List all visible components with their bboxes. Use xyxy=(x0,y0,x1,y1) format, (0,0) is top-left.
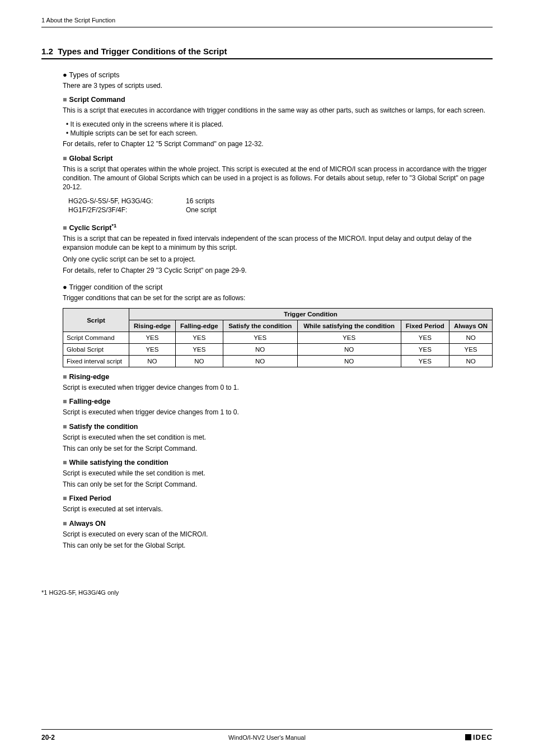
global-script-row-0-k: HG2G-S/-5S/-5F, HG3G/4G: xyxy=(68,197,186,205)
th-c4: Fixed Period xyxy=(401,320,449,332)
trigger-table: Script Trigger Condition Rising-edge Fal… xyxy=(63,308,493,367)
global-script-p1: This is a script that operates within th… xyxy=(63,165,493,192)
trigger-heading: Trigger condition of the script xyxy=(63,283,493,291)
th-c1: Falling-edge xyxy=(175,320,223,332)
cyclic-script-heading: ■Cyclic Script*1 xyxy=(63,223,493,232)
cyclic-script-p2: Only one cyclic script can be set to a p… xyxy=(63,255,493,264)
table-row: Fixed interval script NO NO NO NO YES NO xyxy=(63,356,493,367)
script-command-b2: Multiple scripts can be set for each scr… xyxy=(66,129,493,137)
table-row: Global Script YES YES NO NO YES YES xyxy=(63,344,493,356)
definition-line: Script is executed at set intervals. xyxy=(63,505,493,514)
definition-line: Script is executed when trigger device c… xyxy=(63,383,493,392)
global-script-heading: ■Global Script xyxy=(63,155,493,162)
header-divider xyxy=(41,27,493,27)
script-command-p2: For details, refer to Chapter 12 "5 Scri… xyxy=(63,139,493,148)
cyclic-script-sup: *1 xyxy=(111,223,116,228)
cyclic-script-p3: For details, refer to Chapter 29 "3 Cycl… xyxy=(63,266,493,275)
script-command-p1: This is a script that executes in accord… xyxy=(63,106,493,115)
definition-line: Script is executed while the set conditi… xyxy=(63,469,493,478)
script-command-b1: It is executed only in the screens where… xyxy=(66,120,493,128)
footer-title: WindO/I-NV2 User's Manual xyxy=(41,734,493,741)
definition-line: This can only be set for the Script Comm… xyxy=(63,444,493,453)
types-intro: There are 3 types of scripts used. xyxy=(63,81,493,90)
r2-name: Fixed interval script xyxy=(63,356,129,367)
definition-line: Script is executed on every scan of the … xyxy=(63,530,493,539)
definition-heading: ■Always ON xyxy=(63,520,493,528)
global-script-row-1-v: One script xyxy=(186,206,217,214)
section-number: 1.2 xyxy=(41,46,53,56)
definition-heading: ■Rising-edge xyxy=(63,373,493,381)
trigger-intro: Trigger conditions that can be set for t… xyxy=(63,293,493,302)
th-c2: Satisfy the condition xyxy=(223,320,297,332)
script-command-heading: ■Script Command xyxy=(63,96,493,104)
definition-heading: ■Fixed Period xyxy=(63,494,493,502)
r1-name: Global Script xyxy=(63,344,129,356)
global-script-row-0: HG2G-S/-5S/-5F, HG3G/4G: 16 scripts xyxy=(68,197,493,205)
definitions: ■Rising-edgeScript is executed when trig… xyxy=(63,373,493,550)
section-title: Types and Trigger Conditions of the Scri… xyxy=(58,46,227,56)
global-script-row-1-k: HG1F/2F/2S/3F/4F: xyxy=(68,206,186,214)
r0-name: Script Command xyxy=(63,332,129,344)
definition-line: This can only be set for the Script Comm… xyxy=(63,480,493,489)
table-row: Script Command YES YES YES YES YES NO xyxy=(63,332,493,344)
definition-heading: ■While satisfying the condition xyxy=(63,459,493,466)
running-header: 1 About the Script Function xyxy=(41,17,493,24)
types-heading: Types of scripts xyxy=(63,71,493,79)
definition-line: Script is executed when the set conditio… xyxy=(63,433,493,442)
definition-heading: ■Satisfy the condition xyxy=(63,423,493,431)
global-script-row-1: HG1F/2F/2S/3F/4F: One script xyxy=(68,206,493,214)
th-group: Trigger Condition xyxy=(129,309,492,320)
definition-heading: ■Falling-edge xyxy=(63,398,493,405)
th-c3: While satisfying the condition xyxy=(297,320,401,332)
section-heading: 1.2 Types and Trigger Conditions of the … xyxy=(41,46,493,59)
definition-line: This can only be set for the Global Scri… xyxy=(63,541,493,550)
footnote: *1 HG2G-5F, HG3G/4G only xyxy=(41,589,493,596)
cyclic-script-p1: This is a script that can be repeated in… xyxy=(63,234,493,252)
th-script: Script xyxy=(63,309,129,332)
definition-line: Script is executed when trigger device c… xyxy=(63,408,493,417)
th-c5: Always ON xyxy=(449,320,493,332)
th-c0: Rising-edge xyxy=(129,320,175,332)
global-script-row-0-v: 16 scripts xyxy=(186,197,214,205)
page-footer: 20-2 WindO/I-NV2 User's Manual IDEC xyxy=(41,729,493,741)
